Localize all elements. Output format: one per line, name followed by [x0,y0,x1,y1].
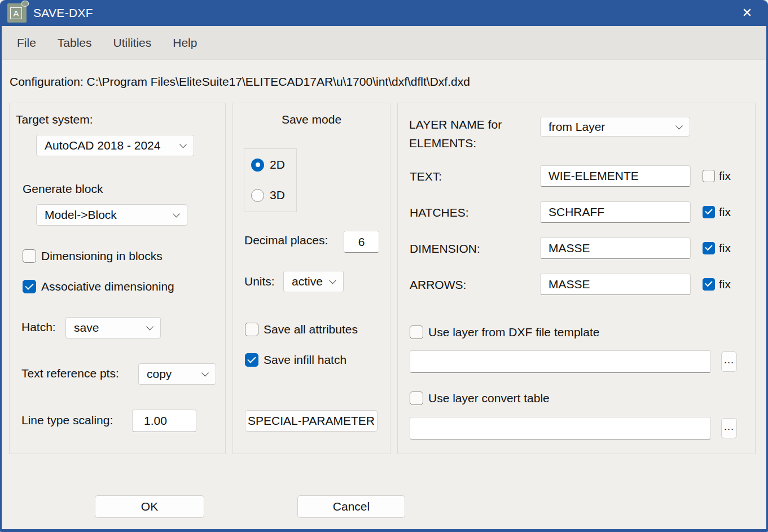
hatches-layer-input[interactable] [540,201,691,223]
use-layer-template-label: Use layer from DXF file template [428,326,599,339]
text-layer-input[interactable] [540,165,691,187]
chevron-down-icon [146,323,153,331]
save-all-attributes-row: Save all attributes [245,323,358,336]
layer-name-value: from Layer [548,120,605,134]
app-icon-letter: A [10,7,22,19]
arrows-fix-checkbox[interactable] [703,278,715,291]
save-infill-hatch-label: Save infill hatch [264,353,346,367]
cancel-button[interactable]: Cancel [297,495,405,518]
line-type-scaling-label: Line type scaling: [21,414,113,427]
special-parameter-button[interactable]: SPECIAL-PARAMETER [245,410,378,432]
radio-row-3d: 3D [251,188,285,202]
save-infill-hatch-checkbox[interactable] [245,353,258,367]
save-dxf-dialog: A SAVE-DXF ✕ File Tables Utilities Help … [0,0,768,532]
text-fix-label: fix [719,169,731,183]
associative-dimensioning-checkbox[interactable] [23,280,36,293]
dimension-layer-input[interactable] [540,238,691,259]
configuration-path: Configuration: C:\Program Files\EliteSui… [10,75,470,89]
units-dropdown[interactable]: active [283,271,344,292]
text-fix-checkbox[interactable] [703,170,715,182]
text-row-label: TEXT: [410,170,442,183]
decimal-places-input[interactable] [344,231,379,253]
panel-layer-names: LAYER NAME for ELEMENTS: from Layer TEXT… [397,103,756,454]
generate-block-dropdown[interactable]: Model->Block [36,204,187,226]
dimension-fix-label: fix [719,241,731,255]
layer-template-browse-button[interactable]: ... [721,351,737,372]
save-mode-title: Save mode [233,113,390,126]
app-icon-badge [21,1,29,7]
configuration-bar: Configuration: C:\Program Files\EliteSui… [2,60,766,103]
window-title: SAVE-DXF [33,6,93,20]
panel-save-mode: Save mode 2D 3D Decimal places: Units: a… [232,103,390,454]
target-system-dropdown[interactable]: AutoCAD 2018 - 2024 [36,135,194,156]
use-layer-template-checkbox[interactable] [410,326,423,339]
titlebar: A SAVE-DXF ✕ [0,0,768,26]
text-reference-pts-dropdown[interactable]: copy [138,363,216,385]
menubar: File Tables Utilities Help [2,26,766,60]
decimal-places-label: Decimal places: [244,234,328,247]
layer-convert-path-input[interactable] [410,417,711,439]
use-layer-template-row: Use layer from DXF file template [410,326,599,339]
menu-utilities[interactable]: Utilities [113,36,152,50]
dimensioning-in-blocks-row: Dimensioning in blocks [23,249,163,263]
generate-block-label: Generate block [23,182,103,196]
dimension-fix-checkbox[interactable] [703,242,715,254]
radio-3d-label: 3D [270,188,285,202]
hatches-fix-row: fix [703,205,731,219]
dimensioning-in-blocks-label: Dimensioning in blocks [41,249,163,263]
menu-file[interactable]: File [17,36,36,50]
use-layer-convert-row: Use layer convert table [410,392,550,405]
text-fix-row: fix [703,169,731,183]
layer-template-path-input[interactable] [410,350,711,373]
radio-2d[interactable] [251,159,264,172]
menu-tables[interactable]: Tables [58,36,92,50]
save-mode-radio-group: 2D 3D [244,148,297,212]
chevron-down-icon [201,370,209,377]
layer-name-label-line1: LAYER NAME for [409,118,502,131]
ok-button[interactable]: OK [95,495,204,518]
dimension-row-label: DIMENSION: [410,242,480,256]
chevron-down-icon [675,122,683,129]
arrows-row-label: ARROWS: [410,278,466,292]
text-reference-pts-label: Text reference pts: [21,367,119,380]
arrows-fix-row: fix [703,278,731,291]
hatch-label: Hatch: [21,320,56,334]
close-icon[interactable]: ✕ [739,5,756,21]
layer-convert-browse-button[interactable]: ... [721,418,737,438]
panel-general-options: Target system: AutoCAD 2018 - 2024 Gener… [9,103,226,454]
save-all-attributes-checkbox[interactable] [245,323,258,336]
chevron-down-icon [179,141,187,148]
dimension-fix-row: fix [703,241,731,255]
target-system-value: AutoCAD 2018 - 2024 [45,139,160,152]
hatch-dropdown[interactable]: save [65,317,161,338]
arrows-fix-label: fix [719,278,731,291]
use-layer-convert-label: Use layer convert table [428,392,550,405]
save-infill-hatch-row: Save infill hatch [245,353,346,367]
hatches-row-label: HATCHES: [410,206,469,219]
hatch-value: save [74,321,99,335]
associative-dimensioning-row: Associative dimensioning [23,280,174,293]
units-label: Units: [244,275,275,288]
line-type-scaling-input[interactable] [132,410,196,432]
chevron-down-icon [329,277,336,284]
menu-help[interactable]: Help [173,36,197,50]
save-all-attributes-label: Save all attributes [264,323,358,336]
hatches-fix-checkbox[interactable] [703,206,715,218]
chevron-down-icon [173,210,180,218]
layer-name-label-line2: ELEMENTS: [409,137,476,150]
dimensioning-in-blocks-checkbox[interactable] [23,249,36,263]
radio-2d-label: 2D [270,158,285,172]
layer-name-dropdown[interactable]: from Layer [540,117,690,137]
arrows-layer-input[interactable] [540,274,691,295]
app-icon: A [7,3,27,23]
units-value: active [292,275,323,288]
radio-3d[interactable] [251,189,264,202]
associative-dimensioning-label: Associative dimensioning [41,280,174,293]
hatches-fix-label: fix [719,205,731,219]
target-system-label: Target system: [16,113,93,126]
text-reference-pts-value: copy [147,367,172,381]
radio-row-2d: 2D [251,158,285,172]
use-layer-convert-checkbox[interactable] [410,392,423,405]
generate-block-value: Model->Block [45,208,117,222]
